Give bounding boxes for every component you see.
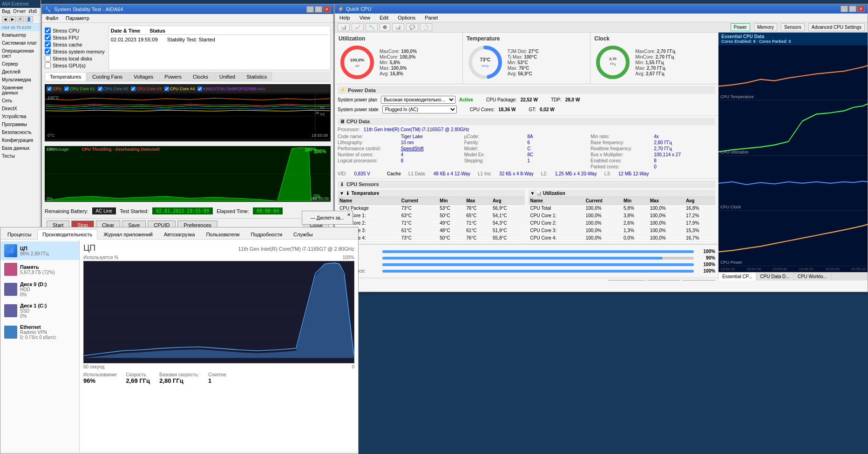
- qcpu-minimize[interactable]: _: [841, 6, 848, 12]
- menu-params[interactable]: Параметр: [64, 15, 91, 21]
- sidebar-memory[interactable]: Память 5,6/7,8 ГБ (72%): [0, 260, 79, 279]
- apply-button[interactable]: ✓ Apply: [647, 280, 680, 280]
- nav-tests[interactable]: Тесты: [0, 152, 41, 160]
- nav-storage[interactable]: Хранение данных: [0, 84, 41, 97]
- tab-cooling[interactable]: Cooling Fans: [87, 72, 128, 81]
- nav-devices[interactable]: Устройства: [0, 113, 41, 120]
- memory-button[interactable]: Memory: [754, 23, 777, 31]
- toolbar-chart3[interactable]: 📉: [366, 23, 378, 31]
- checkbox-gpu[interactable]: Stress GPU(s): [45, 62, 105, 68]
- close-qcpu-button[interactable]: ✕ Close: [682, 280, 715, 280]
- perf-boost-track[interactable]: [382, 263, 694, 266]
- tab-processes[interactable]: Процессы: [2, 229, 36, 239]
- toolbar-chart4[interactable]: 📊: [392, 23, 404, 31]
- refresh-button[interactable]: ↺ Refresh: [608, 280, 646, 280]
- tab-temperatures[interactable]: Temperatures: [45, 72, 86, 81]
- toolbar-settings[interactable]: ⚙: [380, 23, 390, 31]
- stress-disks-check[interactable]: [45, 55, 51, 61]
- menu-fav[interactable]: Изб: [28, 9, 36, 14]
- toolbar-chart2[interactable]: 📈: [352, 23, 364, 31]
- nav-version[interactable]: A64 v6.75.6100: [0, 24, 41, 31]
- checkbox-cache[interactable]: Stress cache: [45, 41, 105, 47]
- stress-cache-check[interactable]: [45, 41, 51, 47]
- tab-cpu-data-d[interactable]: CPU Data D...: [756, 273, 793, 280]
- nav-display[interactable]: Дисплей: [0, 68, 41, 76]
- checkbox-disks[interactable]: Stress local disks: [45, 55, 105, 61]
- performance-track[interactable]: [382, 270, 694, 273]
- tab-statistics[interactable]: Statistics: [241, 72, 272, 81]
- toolbar-back[interactable]: ◀: [2, 16, 8, 22]
- menu-file[interactable]: Файл: [44, 15, 60, 21]
- power-state-select[interactable]: Plugged In (AC): [382, 106, 457, 114]
- menu-report[interactable]: Отчет: [13, 9, 26, 14]
- qcpu-close[interactable]: ✕: [857, 6, 865, 12]
- svg-rect-25: [7, 252, 8, 253]
- power-button[interactable]: Power: [731, 23, 750, 31]
- nav-database[interactable]: База данных: [0, 144, 41, 152]
- tab-cpu-workload[interactable]: CPU Worklo...: [794, 273, 831, 280]
- dialog-close-icon[interactable]: ✕: [347, 212, 351, 217]
- nav-system-board[interactable]: Системная плат: [0, 39, 41, 47]
- menu-panel[interactable]: Panel: [423, 14, 440, 21]
- menu-vid[interactable]: Вид: [2, 9, 10, 14]
- cpu-clock-graph-label[interactable]: CPU Clock: [720, 205, 741, 209]
- menu-help[interactable]: Help: [338, 14, 352, 21]
- toolbar-refresh[interactable]: ↺: [17, 16, 24, 22]
- toolbar-msg[interactable]: 💬: [406, 23, 418, 31]
- sidebar-disk0[interactable]: Диск 0 (D:) HDD0%: [0, 279, 79, 300]
- nav-multimedia[interactable]: Мультимедиа: [0, 76, 41, 84]
- tab-performance[interactable]: Производительность: [37, 229, 97, 240]
- checkbox-fpu[interactable]: Stress FPU: [45, 34, 105, 40]
- toolbar-chart1[interactable]: 📊: [338, 23, 350, 31]
- tab-clocks[interactable]: Clocks: [188, 72, 213, 81]
- checkbox-cpu[interactable]: Stress CPU: [45, 27, 105, 33]
- temp-section-triangle[interactable]: ▼: [339, 191, 344, 196]
- tab-details[interactable]: Подробности: [245, 229, 287, 239]
- stress-cpu-check[interactable]: [45, 27, 51, 33]
- nav-directx[interactable]: DirectX: [0, 105, 41, 113]
- sidebar-ethernet[interactable]: Ethernet Radmin VPN0: 0 Гб/с 0 кбит/с: [0, 321, 79, 343]
- advanced-button[interactable]: Advanced CPU Settings: [808, 23, 865, 31]
- power-plan-select[interactable]: Высокая производительно...: [381, 96, 455, 104]
- sidebar-cpu[interactable]: ЦП 96% 2,69 ГГц: [0, 241, 79, 260]
- menu-view[interactable]: View: [358, 14, 373, 21]
- nav-komputer[interactable]: Компьютер: [0, 31, 41, 39]
- tab-essential[interactable]: Essential CP...: [719, 273, 756, 280]
- tab-voltages[interactable]: Voltages: [129, 72, 158, 81]
- nav-os[interactable]: Операционная сист: [0, 47, 41, 60]
- sensors-button[interactable]: Sensors: [781, 23, 805, 31]
- restore-button[interactable]: □: [315, 6, 322, 13]
- stress-mem-check[interactable]: [45, 48, 51, 54]
- tab-powers[interactable]: Powers: [159, 72, 187, 81]
- close-button[interactable]: ✕: [323, 6, 331, 13]
- tab-services[interactable]: Службы: [288, 229, 318, 239]
- menu-edit[interactable]: Edit: [378, 14, 390, 21]
- cpu-power-graph-label[interactable]: CPU Power: [720, 260, 742, 265]
- qcpu-restore[interactable]: □: [849, 6, 856, 12]
- nav-security[interactable]: Безопасность: [0, 128, 41, 136]
- sidebar-disk1[interactable]: Диск 1 (С:) SSD0%: [0, 300, 79, 321]
- perf-ctrl-val[interactable]: SpeedShift: [401, 146, 462, 151]
- freq-scaling-track[interactable]: [382, 257, 694, 260]
- toolbar-forward[interactable]: ▶: [9, 16, 16, 22]
- tab-users[interactable]: Пользователи: [201, 229, 245, 239]
- cpu-util-graph-label[interactable]: CPU Utilization: [720, 150, 749, 154]
- nav-programs[interactable]: Программы: [0, 120, 41, 128]
- nav-server[interactable]: Сервер: [0, 60, 41, 68]
- minimize-button[interactable]: _: [306, 6, 314, 13]
- cpu-temp-graph-label[interactable]: CPU Temperature: [720, 94, 754, 99]
- checkbox-memory[interactable]: Stress system memory: [45, 48, 105, 54]
- stress-gpu-check[interactable]: [45, 62, 51, 68]
- util-icon: 📊: [536, 191, 542, 196]
- toolbar-home[interactable]: 👤: [25, 16, 33, 22]
- toolbar-clock[interactable]: 🕐: [420, 23, 432, 31]
- parking-track[interactable]: [382, 250, 694, 253]
- menu-options[interactable]: Options: [396, 14, 417, 21]
- tab-app-journal[interactable]: Журнал приложений: [98, 229, 158, 239]
- util-section-triangle[interactable]: ▼: [530, 191, 535, 196]
- tab-unified[interactable]: Unified: [214, 72, 240, 81]
- tab-autostart[interactable]: Автозагрузка: [159, 229, 200, 239]
- nav-network[interactable]: Сеть: [0, 97, 41, 105]
- nav-config[interactable]: Конфигурация: [0, 136, 41, 144]
- stress-fpu-check[interactable]: [45, 34, 51, 40]
